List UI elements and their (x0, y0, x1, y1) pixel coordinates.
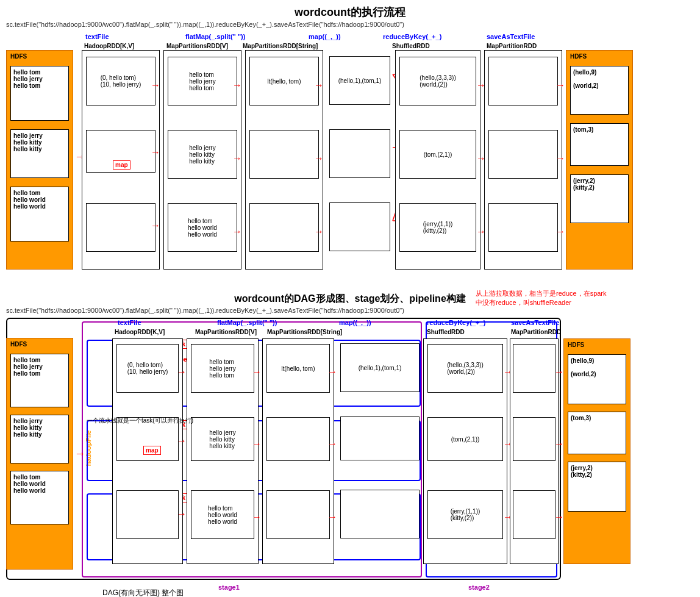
brdd-mappartv: MapPartitionsRDD[V] (195, 329, 257, 335)
mappartstring-inner3 (249, 203, 319, 252)
p2r2: hello kitty (13, 139, 66, 146)
bhdfs-p1: hello tom hello jerry hello tom (10, 354, 69, 407)
bheader-flatmap: flatMap(_.split(" ")) (217, 319, 277, 326)
p1r2: hello jerry (13, 76, 66, 82)
p3r1: hello tom (13, 190, 66, 196)
bhadooprdd-box: (0, hello tom)(10, hello jerry) map → → … (112, 338, 183, 564)
brdd-mappartstring: MapPartitionsRDD[String] (267, 329, 342, 335)
shuffledrdd-inner1: (hello,(3,3,3))(world,(2)) (399, 57, 476, 105)
arrow-out3: → (555, 226, 565, 237)
barrow-out3: → (554, 512, 564, 523)
bmappartstring-inner3 (266, 490, 330, 539)
shuffle-inner3 (329, 202, 390, 251)
bmappartv-inner1: hello tomhello jerryhello tom (191, 344, 254, 393)
p1r1: hello tom (13, 69, 66, 76)
p3r2: hello world (13, 196, 66, 203)
rdd-label-shuffled: ShuffledRDD (392, 43, 430, 49)
mappartitionrdd-inner1 (488, 57, 558, 105)
hdfs-out-p1: (hello,9)(world,2) (570, 66, 629, 115)
bshuffle-inner3 (340, 490, 420, 538)
shuffle-inner1: (hello,1),(tom,1) (329, 56, 390, 105)
mappartstring-inner1: lt(hello, tom) (249, 57, 319, 105)
stage1-label: stage1 (218, 584, 240, 591)
hadooprdd-box: (0, hello tom)(10, hello jerry) map → → … (82, 50, 160, 270)
bhadooprdd-inner1: (0, hello tom)(10, hello jerry) (116, 344, 179, 393)
hdfs-partition2: hello jerry hello kitty hello kitty (10, 129, 69, 178)
arrow-map3: → (151, 220, 160, 231)
bmappartitionrdd-inner2 (513, 417, 555, 461)
bshuffledrdd-box: (hello,(3,3,3))(world,(2)) (tom,(2,1)) (… (423, 338, 507, 564)
rdd-label-hadoop: HadoopRDD[K,V] (84, 43, 134, 49)
bhdfs-out-p2: (tom,3) (568, 412, 626, 454)
p1r3: hello tom (13, 82, 66, 89)
bhdfs-out-p3: (jerry,2)(kitty,2) (568, 462, 626, 512)
bheader-reducebykey: reduceByKey(_+_) (427, 319, 485, 326)
barrow-map1: → (177, 366, 187, 377)
bmappartitionrdd-inner3 (513, 490, 555, 539)
barrow-mapout1: → (327, 366, 337, 377)
arrow-map-out1: → (314, 80, 324, 91)
hdfs-out-p2: (tom,3) (570, 123, 629, 166)
header-saveastextfile: saveAsTextFile (487, 33, 535, 40)
bshuffle-inner2 (340, 416, 420, 460)
map-label-box: map (113, 160, 130, 170)
hdfs-left-bottom-label: HDFS (10, 341, 27, 348)
bshuffle-area: (hello,1),(tom,1) (338, 338, 422, 564)
arrow-flatmap3: → (232, 226, 242, 237)
annotation-from-upstream: 从上游拉取数据，相当于是reduce，在spark 中没有reduce，叫shu… (476, 289, 607, 307)
hadooprdd-inner3 (86, 203, 155, 252)
bmappartitionrdd-inner1 (513, 344, 555, 393)
bshuffle-inner1: (hello,1),(tom,1) (340, 343, 420, 392)
barrow-hdfs-hadoop: → (74, 448, 85, 460)
mappartv-inner3: hello tomhello worldhello world (168, 203, 237, 252)
bhdfs-out-p1: (hello,9)(world,2) (568, 354, 626, 404)
hdfs-partition1: hello tom hello jerry hello tom (10, 66, 69, 121)
bshuffledrdd-inner3: (jerry,(1,1))(kitty,(2)) (427, 490, 503, 539)
mappartitionrdd-box: → → → (484, 50, 562, 270)
barrow-out1: → (554, 366, 564, 377)
hdfs-left: HDFS hello tom hello jerry hello tom hel… (6, 50, 73, 270)
hdfs-left-label: HDFS (10, 53, 27, 60)
arrow-out1: → (555, 80, 565, 91)
mappartv-box: hello tomhello jerryhello tom hello jerr… (163, 50, 241, 270)
top-diagram-title: wordcount的执行流程 (0, 0, 700, 20)
header-textfile: textFile (85, 33, 109, 40)
arrow-map-out2: → (314, 153, 324, 164)
bmappartstring-inner1: lt(hello, tom) (266, 344, 330, 393)
mappartstring-inner2 (249, 130, 319, 179)
barrow-flatmap1: → (252, 366, 262, 377)
brdd-hadoop: HadoopRDD[K,V] (115, 329, 165, 335)
arrow-map1: → (151, 80, 160, 91)
bmappartstring-box: lt(hello, tom) → → → (262, 338, 334, 564)
barrow-flatmap2: → (252, 438, 262, 449)
rdd-label-mappart: MapPartitionRDD (487, 43, 537, 49)
barrow-mapout2: → (327, 438, 337, 449)
mappartitionrdd-inner2 (488, 130, 558, 179)
hdfs-right-bottom-label: HDFS (568, 341, 584, 348)
header-flatmap: flatMap(_.split(" ")) (185, 33, 245, 40)
hdfs-out-p3: (jerry,2)(kitty,2) (570, 174, 629, 223)
bmappartv-inner2: hello jerryhello kittyhello kitty (191, 417, 254, 461)
dag-label: DAG(有向无环图) 整个图 (102, 588, 184, 597)
barrow-mapout3: → (327, 512, 337, 523)
mappartstring-box: lt(hello, tom) → → → (245, 50, 323, 270)
hadooprdd-inner1: (0, hello tom)(10, hello jerry) (86, 57, 155, 105)
code-line-top: sc.textFile("hdfs://hadoop1:9000/wc00").… (0, 20, 700, 29)
bottom-diagram: stage1 stage2 textFile flatMap(_.split("… (5, 316, 695, 597)
shuffledrdd-inner3: (jerry,(1,1))(kitty,(2)) (399, 203, 476, 252)
bheader-saveastextfile: saveAsTextFile (511, 319, 559, 326)
bmappartstring-inner2 (266, 417, 330, 461)
brdd-mappart: MapPartitionRDD (511, 329, 561, 335)
mappartv-inner1: hello tomhello jerryhello tom (168, 57, 237, 105)
mappartitionrdd-inner3 (488, 203, 558, 252)
top-diagram: textFile flatMap(_.split(" ")) map((_,_)… (5, 32, 695, 288)
annotation-line1: 从上游拉取数据，相当于是reduce，在spark (476, 290, 607, 297)
hdfs-partition3: hello tom hello world hello world (10, 187, 69, 241)
hdfs-right-label: HDFS (570, 53, 587, 60)
hdfs-right-bottom: HDFS (hello,9)(world,2) (tom,3) (jerry,2… (563, 338, 630, 564)
barrow-flatmap3: → (252, 512, 262, 523)
rdd-label-mappartstring: MapPartitionsRDD[String] (243, 43, 318, 49)
annotation-line2: 中没有reduce，叫shuffleReader (476, 299, 571, 306)
bhadooprdd-inner3 (116, 490, 179, 539)
arrow-map-out3: → (314, 226, 324, 237)
